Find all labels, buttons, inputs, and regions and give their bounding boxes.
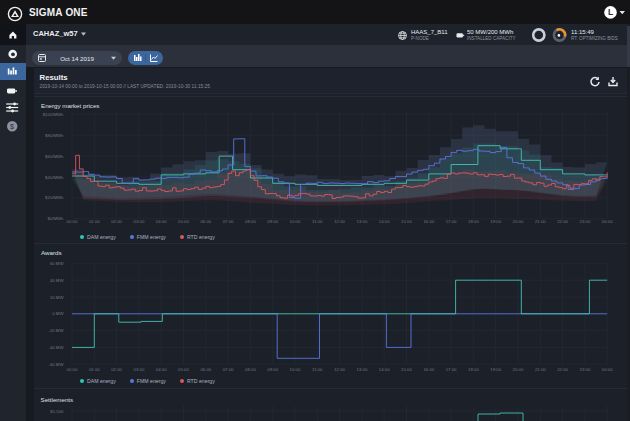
svg-text:05:00: 05:00 — [178, 367, 189, 372]
svg-text:00:00: 00:00 — [67, 219, 78, 224]
svg-text:$100/MWh: $100/MWh — [43, 112, 64, 117]
svg-text:-20 MW: -20 MW — [48, 328, 64, 333]
svg-text:11:00: 11:00 — [312, 367, 323, 372]
svg-text:21:00: 21:00 — [535, 367, 546, 372]
svg-text:18:00: 18:00 — [468, 219, 479, 224]
svg-text:40 MW: 40 MW — [50, 278, 65, 283]
svg-text:00:00: 00:00 — [602, 367, 613, 372]
svg-text:01:00: 01:00 — [89, 367, 100, 372]
svg-text:12:00: 12:00 — [334, 367, 345, 372]
svg-text:-60 MW: -60 MW — [48, 362, 64, 367]
svg-text:20:00: 20:00 — [513, 367, 524, 372]
svg-text:03:00: 03:00 — [134, 219, 145, 224]
svg-text:12:00: 12:00 — [334, 219, 345, 224]
svg-text:14:00: 14:00 — [379, 219, 390, 224]
svg-text:00:00: 00:00 — [602, 219, 613, 224]
svg-text:16:00: 16:00 — [423, 219, 434, 224]
svg-text:$1,500: $1,500 — [50, 409, 64, 414]
svg-text:11:00: 11:00 — [312, 219, 323, 224]
svg-text:17:00: 17:00 — [446, 219, 457, 224]
svg-text:07:00: 07:00 — [223, 219, 234, 224]
svg-text:13:00: 13:00 — [357, 367, 368, 372]
svg-text:$20/MWh: $20/MWh — [45, 195, 64, 200]
svg-text:03:00: 03:00 — [134, 367, 145, 372]
svg-text:08:00: 08:00 — [245, 219, 256, 224]
svg-text:$0/MWh: $0/MWh — [48, 216, 65, 221]
svg-text:20 MW: 20 MW — [50, 295, 65, 300]
svg-text:02:00: 02:00 — [111, 367, 122, 372]
svg-text:$40/MWh: $40/MWh — [45, 175, 64, 180]
svg-text:04:00: 04:00 — [156, 367, 167, 372]
svg-text:10:00: 10:00 — [290, 367, 301, 372]
svg-text:15:00: 15:00 — [401, 367, 412, 372]
svg-text:22:00: 22:00 — [557, 367, 568, 372]
svg-text:09:00: 09:00 — [267, 367, 278, 372]
svg-text:20:00: 20:00 — [513, 219, 524, 224]
svg-text:01:00: 01:00 — [89, 219, 100, 224]
svg-text:10:00: 10:00 — [290, 219, 301, 224]
svg-text:15:00: 15:00 — [401, 219, 412, 224]
svg-text:-40 MW: -40 MW — [48, 345, 64, 350]
svg-text:0 MW: 0 MW — [52, 311, 64, 316]
svg-text:02:00: 02:00 — [111, 219, 122, 224]
svg-text:23:00: 23:00 — [580, 367, 591, 372]
svg-text:18:00: 18:00 — [468, 367, 479, 372]
svg-text:08:00: 08:00 — [245, 367, 256, 372]
svg-text:17:00: 17:00 — [446, 367, 457, 372]
svg-text:06:00: 06:00 — [200, 367, 211, 372]
svg-text:14:00: 14:00 — [379, 367, 390, 372]
svg-text:22:00: 22:00 — [557, 219, 568, 224]
svg-text:23:00: 23:00 — [580, 219, 591, 224]
svg-text:07:00: 07:00 — [223, 367, 234, 372]
svg-text:04:00: 04:00 — [156, 219, 167, 224]
svg-text:16:00: 16:00 — [423, 367, 434, 372]
svg-text:$80/MWh: $80/MWh — [45, 133, 64, 138]
svg-text:06:00: 06:00 — [200, 219, 211, 224]
svg-text:13:00: 13:00 — [357, 219, 368, 224]
svg-text:19:00: 19:00 — [490, 367, 501, 372]
svg-text:00:00: 00:00 — [67, 367, 78, 372]
svg-text:19:00: 19:00 — [490, 219, 501, 224]
svg-text:60 MW: 60 MW — [50, 261, 65, 266]
svg-text:05:00: 05:00 — [178, 219, 189, 224]
svg-text:09:00: 09:00 — [267, 219, 278, 224]
svg-text:21:00: 21:00 — [535, 219, 546, 224]
svg-text:$60/MWh: $60/MWh — [45, 154, 64, 159]
